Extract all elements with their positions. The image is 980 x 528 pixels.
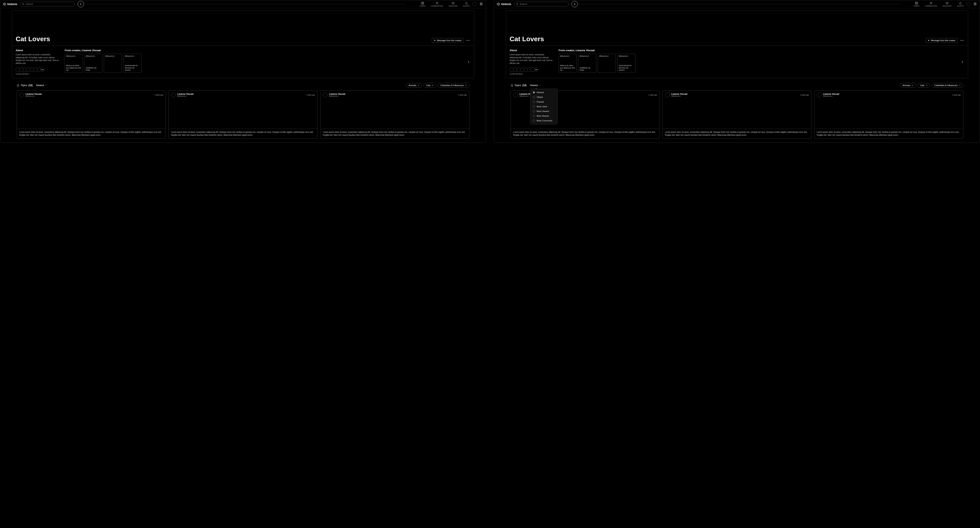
hero-banner: Cat Lovers Message from the creator: [506, 10, 968, 46]
sort-button[interactable]: Newest: [530, 84, 541, 87]
sort-option-oldest[interactable]: Oldest: [530, 95, 557, 99]
post-image: [815, 99, 963, 129]
close-icon[interactable]: [912, 85, 913, 86]
topics-label[interactable]: Topics (12): [17, 84, 33, 87]
creator-card[interactable]: @lisanne14: [104, 54, 122, 73]
svg-marker-21: [17, 84, 19, 86]
about-text: Lorem ipsum dolor sit amet, consectetur …: [510, 53, 553, 65]
search-box[interactable]: [20, 2, 75, 6]
post-card[interactable]: Lisanne Viscaal @lisanne14 2 days ago Lo…: [814, 91, 963, 139]
close-icon[interactable]: [417, 85, 420, 86]
topic-chip-cats[interactable]: Cats: [918, 83, 930, 88]
search-input[interactable]: [25, 3, 73, 5]
screen-open: Holonis FEEDS COMMUNITIES DISCOVER: [494, 0, 980, 143]
message-creator-button[interactable]: Message from the creator: [926, 38, 958, 43]
hero-actions: Message from the creator: [432, 38, 470, 43]
plus-icon: [80, 3, 82, 5]
nav-feeds[interactable]: FEEDS: [914, 2, 920, 7]
plus-icon: [573, 3, 576, 5]
post-body: Lorem ipsum dolor sit amet, consectetur …: [663, 129, 811, 139]
sort-option-most-shared[interactable]: Most Shared: [530, 113, 557, 118]
post-card[interactable]: Lisanne Viscaal @lisanne14 2 days ago Lo…: [662, 91, 811, 139]
members-avatars[interactable]: •••: [510, 67, 553, 72]
more-options-button[interactable]: [466, 38, 470, 43]
creator-next-button[interactable]: [466, 59, 471, 65]
svg-point-46: [961, 40, 961, 41]
post-author-avatar[interactable]: [817, 93, 821, 97]
sort-option-most-comments[interactable]: Most Comments: [530, 118, 557, 123]
svg-rect-37: [917, 3, 918, 4]
close-icon[interactable]: [432, 85, 434, 86]
post-author-avatar[interactable]: [513, 93, 518, 97]
user-avatar[interactable]: [966, 2, 970, 6]
creator-card[interactable]: @lisanne14 Great breeds for first time c…: [124, 54, 142, 73]
nav-feeds-label: FEEDS: [914, 5, 920, 7]
creator-card[interactable]: @lisanne14 Great breeds for first time c…: [617, 54, 635, 73]
post-time: 2 days ago: [458, 94, 467, 96]
nav-communities[interactable]: COMMUNITIES: [925, 2, 937, 7]
topic-chip-celebrities[interactable]: Celebrities & Influencers: [438, 83, 469, 88]
nav-feeds[interactable]: FEEDS: [420, 2, 425, 7]
creator-card-caption: What to do when you adopt your first cat: [560, 65, 575, 71]
sort-option-most-viewed[interactable]: Most Viewed: [530, 109, 557, 113]
create-button[interactable]: [571, 1, 578, 7]
brand-logo[interactable]: Holonis: [497, 3, 511, 6]
creator-card[interactable]: @lisanne14 Healthiest cat treats: [578, 54, 596, 73]
post-author-avatar[interactable]: [665, 93, 670, 97]
brand-logo[interactable]: Holonis: [3, 3, 17, 6]
topics-label[interactable]: Topics (12): [511, 84, 527, 87]
post-header: Lisanne Viscaal @lisanne14 2 days ago: [17, 91, 165, 99]
topics-left: Topics (12) Newest Newest Oldest Popular…: [511, 84, 541, 87]
creator-card[interactable]: @lisanne14 What to do when you adopt you…: [65, 54, 83, 73]
post-body: Lorem ipsum dolor sit amet, consectetur …: [17, 129, 165, 139]
community-title: Cat Lovers: [16, 35, 50, 43]
creator-card[interactable]: @lisanne14: [598, 54, 616, 73]
more-options-button[interactable]: [959, 38, 964, 43]
chip-label: Cats: [426, 84, 431, 86]
topic-chip-cats[interactable]: Cats: [423, 83, 436, 88]
post-author-avatar[interactable]: [171, 93, 176, 97]
close-icon[interactable]: [465, 85, 467, 86]
post-author-avatar[interactable]: [19, 93, 24, 97]
radio-icon: [533, 100, 535, 103]
topic-chip-celebrities[interactable]: Celebrities & Influencers: [932, 83, 963, 88]
search-box[interactable]: [514, 2, 569, 6]
close-icon[interactable]: [926, 85, 928, 86]
nav-communities-label: COMMUNITIES: [431, 5, 443, 7]
sort-button[interactable]: Newest: [36, 84, 47, 87]
sort-option-newest[interactable]: Newest: [530, 90, 557, 95]
creator-next-button[interactable]: [959, 59, 965, 65]
nav-discover[interactable]: DISCOVER: [943, 2, 951, 7]
more-members-button[interactable]: •••: [40, 67, 45, 72]
search-input[interactable]: [520, 3, 566, 5]
chevron-right-icon: [467, 61, 470, 63]
creator-card[interactable]: @lisanne14 Healthiest cat treats: [84, 54, 102, 73]
post-author-avatar[interactable]: [323, 93, 328, 97]
post-card[interactable]: Lisanne Viscaal @lisanne14 2 days ago Lo…: [169, 91, 318, 139]
post-card[interactable]: Lisanne Viscaal @lisanne14 2 days ago Lo…: [17, 91, 166, 139]
community-title: Cat Lovers: [510, 35, 544, 43]
topic-chip-animals[interactable]: Animals: [406, 83, 422, 88]
message-creator-button[interactable]: Message from the creator: [432, 38, 464, 43]
user-avatar[interactable]: [473, 2, 476, 6]
nav-discover[interactable]: DISCOVER: [449, 2, 458, 7]
hamburger-menu[interactable]: [479, 2, 483, 6]
alerts-icon: [959, 2, 962, 5]
hamburger-menu[interactable]: [973, 2, 977, 6]
nav-alerts[interactable]: ALERTS: [957, 2, 964, 7]
creator-card[interactable]: @lisanne14 What to do when you adopt you…: [558, 54, 577, 73]
create-button[interactable]: [78, 1, 84, 7]
members-avatars[interactable]: •••: [16, 67, 59, 72]
more-members-button[interactable]: •••: [534, 67, 539, 72]
radio-icon: [533, 115, 535, 117]
discover-icon: [945, 2, 949, 5]
svg-point-1: [4, 4, 5, 5]
nav-communities[interactable]: COMMUNITIES: [431, 2, 443, 7]
svg-marker-49: [511, 84, 513, 86]
post-card[interactable]: Lisanne Viscaal @lisanne14 2 days ago Lo…: [320, 91, 469, 139]
sort-option-most-liked[interactable]: Most Liked: [530, 104, 557, 109]
sort-option-popular[interactable]: Popular: [530, 99, 557, 104]
nav-alerts[interactable]: ALERTS: [463, 2, 470, 7]
close-icon[interactable]: [959, 85, 961, 86]
topic-chip-animals[interactable]: Animals: [900, 83, 916, 88]
